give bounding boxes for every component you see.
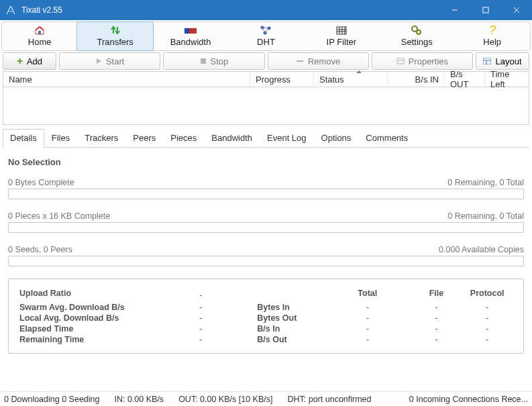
svg-rect-4	[38, 31, 41, 34]
transfer-list-body[interactable]	[3, 87, 529, 125]
main-tabs: Home Transfers Bandwidth DHT IP Filter S…	[1, 21, 531, 51]
close-button[interactable]	[501, 0, 532, 20]
upload-ratio-label: Upload Ratio	[19, 289, 164, 302]
start-button[interactable]: Start	[59, 52, 160, 70]
stop-icon	[200, 58, 207, 64]
svg-text:?: ?	[489, 24, 496, 36]
svg-rect-20	[297, 60, 303, 62]
help-icon: ?	[455, 24, 530, 36]
dtab-options[interactable]: Options	[314, 129, 359, 148]
col-bps-out[interactable]: B/s OUT	[445, 72, 485, 87]
settings-icon	[379, 24, 454, 36]
add-button[interactable]: Add	[3, 52, 56, 70]
availability-bar	[8, 256, 524, 266]
tab-dht[interactable]: DHT	[228, 22, 303, 50]
svg-rect-19	[201, 58, 206, 64]
dht-icon	[228, 24, 303, 36]
col-status[interactable]: Status	[314, 72, 388, 87]
maximize-button[interactable]	[470, 0, 501, 20]
properties-button[interactable]: Properties	[372, 52, 473, 70]
home-icon	[2, 24, 77, 36]
remove-icon	[296, 58, 304, 64]
properties-icon	[396, 58, 405, 64]
dtab-comments[interactable]: Comments	[358, 129, 415, 148]
tab-settings[interactable]: Settings	[379, 22, 454, 50]
bytes-progress-bar	[8, 189, 524, 199]
svg-rect-1	[483, 7, 488, 13]
title-bar: Tixati v2.55	[0, 0, 532, 20]
dtab-details[interactable]: Details	[3, 129, 44, 148]
svg-rect-6	[184, 28, 189, 34]
dtab-pieces[interactable]: Pieces	[163, 129, 204, 148]
dtab-eventlog[interactable]: Event Log	[260, 129, 314, 148]
minimize-button[interactable]	[439, 0, 470, 20]
col-progress[interactable]: Progress	[250, 72, 314, 87]
col-name[interactable]: Name	[3, 72, 250, 87]
no-selection-label: No Selection	[8, 157, 524, 167]
bandwidth-icon	[153, 24, 228, 36]
status-bar: 0 Downloading 0 Seeding IN: 0.00 KB/s OU…	[0, 391, 532, 406]
tab-help[interactable]: ? Help	[455, 22, 530, 50]
ipfilter-icon	[304, 24, 379, 36]
pieces-complete-label: 0 Pieces x 16 KB Complete	[8, 211, 110, 221]
details-panel: No Selection 0 Bytes Complete0 Remaining…	[0, 148, 532, 360]
status-dht: DHT: port unconfirmed	[287, 395, 371, 404]
pieces-remaining-label: 0 Remaining, 0 Total	[447, 211, 524, 221]
bytes-complete-label: 0 Bytes Complete	[8, 178, 74, 187]
dtab-bandwidth[interactable]: Bandwidth	[204, 129, 260, 148]
status-transfers: 0 Downloading 0 Seeding	[4, 395, 99, 404]
status-in: IN: 0.00 KB/s	[114, 395, 164, 404]
svg-rect-23	[483, 58, 491, 64]
svg-rect-21	[397, 58, 404, 64]
col-bps-in[interactable]: B/s IN	[388, 72, 445, 87]
layout-icon	[483, 58, 491, 64]
tab-transfers[interactable]: Transfers	[76, 21, 153, 51]
col-time-left[interactable]: Time Left	[485, 72, 529, 87]
pieces-progress-bar	[8, 222, 524, 233]
svg-point-17	[417, 30, 421, 34]
action-bar: Add Start Stop Remove Properties Layout	[3, 52, 529, 70]
metrics-box: Upload Ratio - Total File Protocol Swarm…	[8, 278, 524, 354]
dtab-trackers[interactable]: Trackers	[77, 129, 125, 148]
tab-bandwidth[interactable]: Bandwidth	[153, 22, 228, 50]
bytes-remaining-label: 0 Remaining, 0 Total	[447, 178, 524, 187]
status-out: OUT: 0.00 KB/s [10 KB/s]	[178, 395, 272, 404]
available-copies-label: 0.000 Available Copies	[439, 245, 524, 254]
detail-tabs: Details Files Trackers Peers Pieces Band…	[3, 128, 529, 148]
transfer-list-header: Name Progress Status B/s IN B/s OUT Time…	[3, 71, 529, 87]
layout-button[interactable]: Layout	[476, 52, 529, 70]
dtab-peers[interactable]: Peers	[125, 129, 163, 148]
tab-home[interactable]: Home	[2, 22, 77, 50]
remove-button[interactable]: Remove	[268, 52, 369, 70]
stop-button[interactable]: Stop	[163, 52, 264, 70]
status-incoming: 0 Incoming Connections Rece...	[409, 395, 528, 404]
tab-ipfilter[interactable]: IP Filter	[304, 22, 379, 50]
transfers-icon	[77, 24, 152, 36]
seeds-peers-label: 0 Seeds, 0 Peers	[8, 245, 72, 254]
dtab-files[interactable]: Files	[44, 129, 77, 148]
app-icon	[5, 5, 16, 15]
window-title: Tixati v2.55	[21, 5, 439, 15]
play-icon	[95, 58, 102, 64]
